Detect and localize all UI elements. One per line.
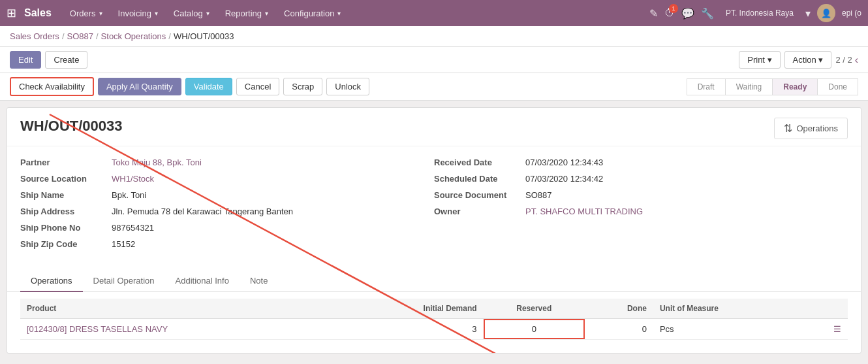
col-initial-demand: Initial Demand bbox=[343, 299, 483, 319]
field-scheduled-date: Scheduled Date 07/03/2020 12:34:42 bbox=[434, 173, 848, 184]
table-row: [012430/8] DRESS TASELLAS NAVY 3 0 0 Pcs… bbox=[20, 319, 848, 340]
table-area: Product Initial Demand Reserved Done Uni… bbox=[7, 299, 861, 353]
workflow-bar: Check Availability Apply All Quantity Va… bbox=[0, 73, 868, 101]
cell-row-action[interactable]: ☰ bbox=[804, 319, 848, 340]
unlock-button[interactable]: Unlock bbox=[326, 78, 369, 95]
operations-icon: ⇅ bbox=[784, 122, 792, 135]
nav-item-catalog[interactable]: Catalog ▾ bbox=[167, 3, 216, 24]
cancel-button[interactable]: Cancel bbox=[236, 78, 279, 95]
chevron-down-icon: ▾ bbox=[99, 10, 102, 17]
page-navigation: 2 / 2 ‹ bbox=[835, 54, 858, 66]
tab-detail-operation[interactable]: Detail Operation bbox=[83, 271, 165, 292]
page-info: 2 / 2 bbox=[835, 55, 852, 65]
notification-badge: 1 bbox=[669, 4, 678, 13]
scheduled-date-value: 07/03/2020 12:34:42 bbox=[525, 173, 603, 184]
nav-item-invoicing[interactable]: Invoicing ▾ bbox=[112, 3, 164, 24]
field-source-location: Source Location WH1/Stock bbox=[20, 173, 434, 184]
ship-phone-value: 987654321 bbox=[112, 222, 154, 233]
chevron-down-icon[interactable]: ▾ bbox=[805, 7, 811, 20]
workflow-draft[interactable]: Draft bbox=[687, 78, 726, 95]
action-bar: Edit Create Print ▾ Action ▾ 2 / 2 ‹ bbox=[0, 47, 868, 73]
field-partner: Partner Toko Maju 88, Bpk. Toni bbox=[20, 156, 434, 167]
chevron-down-icon: ▾ bbox=[818, 55, 823, 65]
wrench-icon[interactable]: 🔧 bbox=[701, 7, 714, 20]
validate-button[interactable]: Validate bbox=[185, 78, 232, 95]
clock-icon[interactable]: ⏱ 1 bbox=[664, 7, 675, 19]
field-owner: Owner PT. SHAFCO MULTI TRADING bbox=[434, 205, 848, 216]
nav-items: Orders ▾ Invoicing ▾ Catalog ▾ Reporting… bbox=[63, 3, 649, 24]
source-document-value: SO887 bbox=[525, 189, 551, 200]
cell-uom: Pcs bbox=[653, 319, 804, 340]
breadcrumb: Sales Orders / SO887 / Stock Operations … bbox=[0, 26, 868, 47]
workflow-ready[interactable]: Ready bbox=[772, 78, 818, 95]
scrap-button[interactable]: Scrap bbox=[283, 78, 322, 95]
edit-icon[interactable]: ✎ bbox=[649, 7, 658, 20]
source-location-value[interactable]: WH1/Stock bbox=[112, 173, 154, 184]
nav-item-configuration[interactable]: Configuration ▾ bbox=[277, 3, 347, 24]
tab-operations[interactable]: Operations bbox=[20, 271, 83, 292]
cell-reserved: 0 bbox=[484, 319, 585, 340]
chevron-down-icon: ▾ bbox=[767, 55, 772, 65]
col-uom: Unit of Measure bbox=[653, 299, 804, 319]
chat-icon[interactable]: 💬 bbox=[681, 7, 694, 20]
cell-done: 0 bbox=[585, 319, 653, 340]
reserved-value: 0 bbox=[484, 319, 585, 339]
action-button[interactable]: Action ▾ bbox=[784, 51, 832, 69]
tabs-bar: Operations Detail Operation Additional I… bbox=[7, 271, 861, 292]
chevron-down-icon: ▾ bbox=[155, 10, 158, 17]
field-ship-address: Ship Address Jln. Pemuda 78 del Karawaci… bbox=[20, 205, 434, 216]
check-availability-button[interactable]: Check Availability bbox=[10, 77, 94, 96]
print-button[interactable]: Print ▾ bbox=[739, 51, 780, 69]
field-received-date: Received Date 07/03/2020 12:34:43 bbox=[434, 156, 848, 167]
operations-table: Product Initial Demand Reserved Done Uni… bbox=[20, 299, 848, 340]
nav-right: ✎ ⏱ 1 💬 🔧 PT. Indonesia Raya ▾ 👤 epi (o bbox=[649, 4, 861, 22]
field-ship-zip: Ship Zip Code 15152 bbox=[20, 238, 434, 249]
form-right: Received Date 07/03/2020 12:34:43 Schedu… bbox=[434, 156, 848, 254]
breadcrumb-sales-orders[interactable]: Sales Orders bbox=[10, 31, 59, 41]
app-name: Sales bbox=[24, 7, 52, 19]
main-content: WH/OUT/00033 ⇅ Operations Partner Toko M… bbox=[7, 107, 861, 354]
col-actions bbox=[804, 299, 848, 319]
edit-button[interactable]: Edit bbox=[10, 51, 41, 69]
prev-page-button[interactable]: ‹ bbox=[855, 54, 858, 66]
ship-zip-value: 15152 bbox=[112, 238, 135, 249]
user-name: epi (o bbox=[842, 8, 861, 18]
field-ship-name: Ship Name Bpk. Toni bbox=[20, 189, 434, 200]
document-title: WH/OUT/00033 bbox=[20, 118, 123, 135]
tab-additional-info[interactable]: Additional Info bbox=[165, 271, 240, 292]
ship-address-value: Jln. Pemuda 78 del Karawaci Tangerang Ba… bbox=[112, 205, 293, 216]
form-left: Partner Toko Maju 88, Bpk. Toni Source L… bbox=[20, 156, 434, 254]
cell-initial-demand: 3 bbox=[343, 319, 483, 340]
col-reserved: Reserved bbox=[484, 299, 585, 319]
nav-item-reporting[interactable]: Reporting ▾ bbox=[219, 3, 275, 24]
apply-all-quantity-button[interactable]: Apply All Quantity bbox=[98, 78, 181, 95]
workflow-done[interactable]: Done bbox=[817, 78, 858, 95]
form-body: Partner Toko Maju 88, Bpk. Toni Source L… bbox=[7, 146, 861, 264]
avatar: 👤 bbox=[817, 4, 835, 22]
owner-value[interactable]: PT. SHAFCO MULTI TRADING bbox=[525, 205, 643, 216]
ship-name-value: Bpk. Toni bbox=[112, 189, 146, 200]
workflow-steps: Draft Waiting Ready Done bbox=[687, 78, 858, 95]
partner-value[interactable]: Toko Maju 88, Bpk. Toni bbox=[112, 156, 202, 167]
workflow-waiting[interactable]: Waiting bbox=[725, 78, 773, 95]
breadcrumb-current: WH/OUT/00033 bbox=[174, 31, 234, 41]
company-name: PT. Indonesia Raya bbox=[726, 8, 794, 18]
col-done: Done bbox=[585, 299, 653, 319]
app-grid-icon[interactable]: ⊞ bbox=[7, 6, 16, 20]
operations-button[interactable]: ⇅ Operations bbox=[774, 118, 848, 139]
breadcrumb-so887[interactable]: SO887 bbox=[67, 31, 93, 41]
content-header: WH/OUT/00033 ⇅ Operations bbox=[7, 108, 861, 146]
nav-item-orders[interactable]: Orders ▾ bbox=[63, 3, 109, 24]
received-date-value: 07/03/2020 12:34:43 bbox=[525, 156, 603, 167]
top-navigation: ⊞ Sales Orders ▾ Invoicing ▾ Catalog ▾ R… bbox=[0, 0, 868, 26]
chevron-down-icon: ▾ bbox=[265, 10, 268, 17]
tab-note[interactable]: Note bbox=[240, 271, 278, 292]
chevron-down-icon: ▾ bbox=[337, 10, 341, 17]
breadcrumb-stock-operations[interactable]: Stock Operations bbox=[101, 31, 166, 41]
create-button[interactable]: Create bbox=[45, 51, 87, 69]
cell-product[interactable]: [012430/8] DRESS TASELLAS NAVY bbox=[20, 319, 343, 340]
field-ship-phone: Ship Phone No 987654321 bbox=[20, 222, 434, 233]
col-product: Product bbox=[20, 299, 343, 319]
field-source-document: Source Document SO887 bbox=[434, 189, 848, 200]
chevron-down-icon: ▾ bbox=[206, 10, 209, 17]
